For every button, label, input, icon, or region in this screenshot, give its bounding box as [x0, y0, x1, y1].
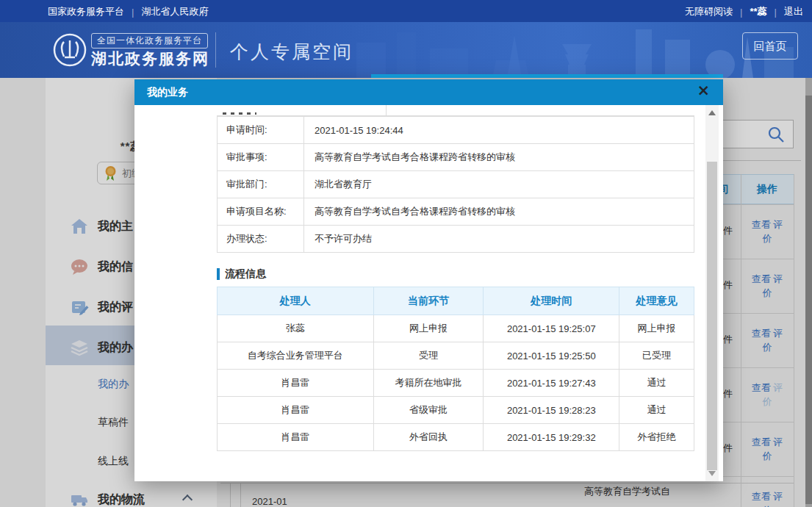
- table-row: 审批事项: 高等教育自学考试自考合格课程跨省转移的审核: [218, 144, 694, 171]
- cell-opinion: 通过: [619, 370, 694, 397]
- link-national-platform[interactable]: 国家政务服务平台: [48, 5, 124, 18]
- cell-opinion: 外省拒绝: [619, 424, 694, 451]
- clipped-text-remnant: [223, 112, 256, 115]
- table-row: 肖昌雷 考籍所在地审批 2021-01-15 19:27:43 通过: [218, 370, 694, 397]
- table-border: [386, 105, 387, 116]
- modal-title: 我的业务: [147, 79, 188, 105]
- modal-scrollbar-thumb[interactable]: [707, 162, 717, 470]
- detail-label: 审批事项:: [218, 144, 304, 171]
- back-home-button[interactable]: 回首页: [742, 32, 798, 60]
- table-row: 办理状态: 不予许可办结: [218, 226, 694, 253]
- column-header: 处理意见: [619, 287, 694, 315]
- separator: |: [132, 7, 134, 18]
- scroll-up-icon[interactable]: [708, 110, 716, 115]
- table-row: 审批部门: 湖北省教育厅: [218, 171, 694, 198]
- process-info-table: 处理人 当前环节 处理时间 处理意见 张蕊 网上申报 2021-01-15 19…: [217, 287, 694, 451]
- scroll-down-icon[interactable]: [708, 471, 716, 476]
- link-hubei-gov[interactable]: 湖北省人民政府: [141, 5, 208, 18]
- cell-opinion: 通过: [619, 397, 694, 424]
- cell-time: 2021-01-15 19:29:32: [484, 424, 619, 451]
- section-accent-bar: [217, 268, 220, 280]
- separator: |: [775, 7, 777, 18]
- cell-step: 省级审批: [373, 397, 484, 424]
- cityscape-graphic: [342, 22, 812, 78]
- table-row: 肖昌雷 省级审批 2021-01-15 19:28:23 通过: [218, 397, 694, 424]
- modal-header: 我的业务 ×: [134, 79, 723, 105]
- detail-label: 申请时间:: [218, 117, 304, 144]
- detail-label: 申请项目名称:: [218, 198, 304, 226]
- cell-opinion: 网上申报: [619, 315, 694, 342]
- cell-handler: 肖昌雷: [218, 397, 374, 424]
- cell-handler: 肖昌雷: [218, 370, 374, 397]
- table-row: 自考综合业务管理平台 受理 2021-01-15 19:25:50 已受理: [218, 342, 694, 370]
- cell-opinion: 已受理: [619, 342, 694, 370]
- site-emblem-icon: [53, 33, 87, 67]
- logo-subtitle: 全国一体化政务服务平台: [91, 33, 208, 48]
- link-accessibility[interactable]: 无障碍阅读: [685, 5, 733, 18]
- cell-time: 2021-01-15 19:27:43: [484, 370, 619, 397]
- column-header: 处理人: [218, 287, 374, 315]
- my-business-modal: 我的业务 × 申请时间: 2021-01-15 19:24:44 审批事项: 高…: [134, 79, 723, 481]
- detail-value: 湖北省教育厅: [304, 171, 694, 198]
- section-title: 流程信息: [225, 267, 266, 281]
- cell-handler: 自考综合业务管理平台: [218, 342, 374, 370]
- close-icon[interactable]: ×: [697, 82, 710, 99]
- separator: |: [740, 7, 742, 18]
- column-header: 当前环节: [373, 287, 484, 315]
- clipped-detail-row: [217, 105, 694, 116]
- page: 国家政务服务平台 | 湖北省人民政府 无障碍阅读 | **蕊 | 退出: [0, 0, 812, 507]
- column-header: 处理时间: [484, 287, 619, 315]
- cell-time: 2021-01-15 19:25:50: [484, 342, 619, 370]
- page-title: 个人专属空间: [230, 40, 353, 64]
- link-username[interactable]: **蕊: [750, 5, 766, 18]
- application-detail-table: 申请时间: 2021-01-15 19:24:44 审批事项: 高等教育自学考试…: [217, 116, 694, 253]
- header-divider: [215, 32, 216, 68]
- top-utility-bar: 国家政务服务平台 | 湖北省人民政府 无障碍阅读 | **蕊 | 退出: [0, 0, 812, 22]
- table-row: 肖昌雷 外省回执 2021-01-15 19:29:32 外省拒绝: [218, 424, 694, 451]
- table-row: 申请项目名称: 高等教育自学考试自考合格课程跨省转移的审核: [218, 198, 694, 226]
- logo-title: 湖北政务服务网: [91, 48, 209, 69]
- detail-value: 不予许可办结: [304, 226, 694, 253]
- table-header-row: 处理人 当前环节 处理时间 处理意见: [218, 287, 694, 315]
- cell-step: 网上申报: [373, 315, 484, 342]
- cell-time: 2021-01-15 19:25:07: [484, 315, 619, 342]
- table-row: 申请时间: 2021-01-15 19:24:44: [218, 117, 694, 144]
- detail-value: 高等教育自学考试自考合格课程跨省转移的审核: [304, 198, 694, 226]
- cell-step: 受理: [373, 342, 484, 370]
- table-row: 张蕊 网上申报 2021-01-15 19:25:07 网上申报: [218, 315, 694, 342]
- cell-time: 2021-01-15 19:28:23: [484, 397, 619, 424]
- detail-label: 审批部门:: [218, 171, 304, 198]
- modal-scrollbar[interactable]: [705, 105, 719, 481]
- link-logout[interactable]: 退出: [784, 5, 803, 18]
- detail-value: 高等教育自学考试自考合格课程跨省转移的审核: [304, 144, 694, 171]
- site-header: 全国一体化政务服务平台 湖北政务服务网 个人专属空间 回首页: [0, 22, 812, 78]
- cell-handler: 肖昌雷: [218, 424, 374, 451]
- cell-handler: 张蕊: [218, 315, 374, 342]
- cell-step: 外省回执: [373, 424, 484, 451]
- cell-step: 考籍所在地审批: [373, 370, 484, 397]
- detail-label: 办理状态:: [218, 226, 304, 253]
- detail-value: 2021-01-15 19:24:44: [304, 117, 694, 144]
